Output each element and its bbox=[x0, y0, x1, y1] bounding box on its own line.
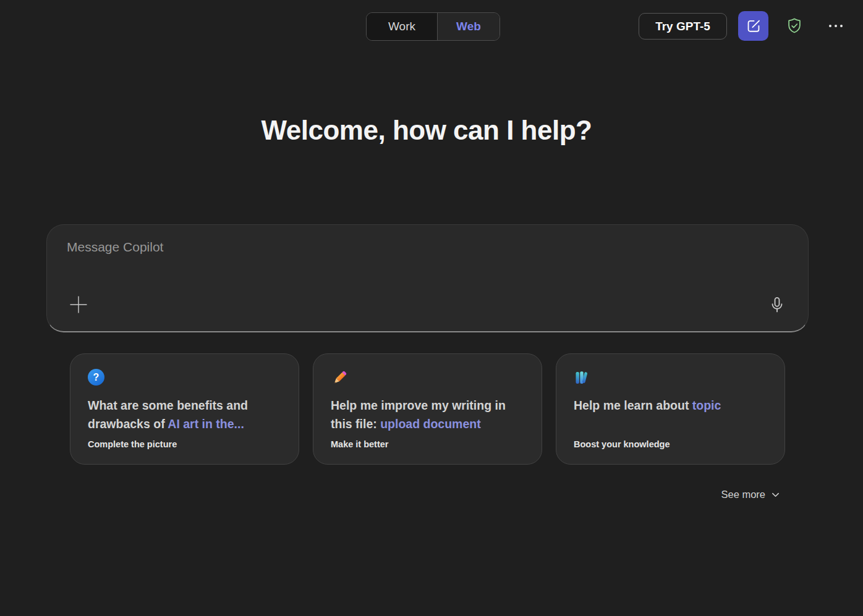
page-title: Welcome, how can I help? bbox=[0, 115, 853, 146]
more-options-icon bbox=[829, 25, 831, 27]
tab-work[interactable]: Work bbox=[367, 13, 437, 40]
message-input[interactable] bbox=[67, 240, 771, 277]
card-title: Help me improve my writing in this file:… bbox=[331, 396, 524, 433]
card-subtitle: Boost your knowledge bbox=[574, 439, 767, 449]
pencil-icon bbox=[331, 369, 348, 387]
chevron-down-icon bbox=[771, 490, 780, 499]
card-title-link[interactable]: AI art in the... bbox=[168, 417, 244, 431]
microphone-button[interactable] bbox=[767, 294, 788, 316]
tab-web-label: Web bbox=[456, 20, 481, 33]
suggestion-card-improve-writing[interactable]: Help me improve my writing in this file:… bbox=[313, 353, 542, 465]
see-more-button[interactable]: See more bbox=[721, 489, 780, 500]
add-attachment-button[interactable] bbox=[68, 294, 89, 315]
books-icon bbox=[574, 369, 591, 387]
try-gpt5-label: Try GPT-5 bbox=[655, 20, 710, 33]
suggestion-card-learn-topic[interactable]: Help me learn about topic Boost your kno… bbox=[556, 353, 785, 465]
plus-icon bbox=[69, 295, 88, 314]
suggestion-card-ai-art[interactable]: ? What are some benefits and drawbacks o… bbox=[70, 353, 299, 465]
card-title: What are some benefits and drawbacks of … bbox=[88, 396, 281, 433]
shield-check-icon bbox=[785, 17, 804, 35]
see-more-label: See more bbox=[721, 489, 765, 500]
card-subtitle: Complete the picture bbox=[88, 439, 281, 449]
suggestion-cards: ? What are some benefits and drawbacks o… bbox=[70, 353, 785, 465]
microphone-icon bbox=[768, 296, 786, 314]
try-gpt5-button[interactable]: Try GPT-5 bbox=[639, 13, 727, 40]
more-options-button[interactable] bbox=[825, 17, 847, 35]
tab-web[interactable]: Web bbox=[437, 13, 500, 40]
tab-work-label: Work bbox=[388, 20, 415, 33]
card-title-link[interactable]: upload document bbox=[380, 417, 481, 431]
question-circle-icon: ? bbox=[88, 369, 104, 386]
message-composer[interactable] bbox=[46, 224, 809, 332]
card-subtitle: Make it better bbox=[331, 439, 524, 449]
privacy-shield-button[interactable] bbox=[783, 15, 806, 37]
card-title-link[interactable]: topic bbox=[692, 399, 721, 412]
work-web-toggle: Work Web bbox=[366, 12, 500, 41]
compose-icon bbox=[746, 18, 762, 34]
card-title: Help me learn about topic bbox=[574, 396, 767, 415]
new-chat-button[interactable] bbox=[738, 11, 768, 41]
